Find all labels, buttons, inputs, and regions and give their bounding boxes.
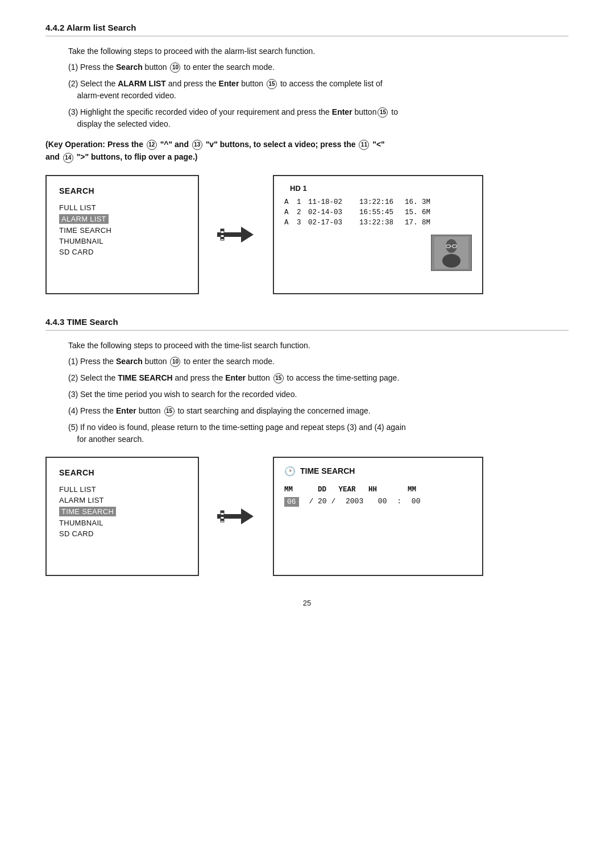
circled-15a: 15 <box>267 79 277 89</box>
menu-sd-card-443: SD CARD <box>59 529 185 538</box>
section-442: 4.4.2 Alarm list Search Take the followi… <box>45 23 569 294</box>
circled-15-443b: 15 <box>164 406 175 416</box>
diagram-442: SEARCH FULL LIST ALARM LIST TIME SEARCH … <box>45 175 569 294</box>
person-thumbnail <box>431 235 472 271</box>
person-icon <box>434 237 468 269</box>
circled-15-443: 15 <box>273 373 284 383</box>
circled-10: 10 <box>170 62 180 73</box>
step-442-3: (3) Highlight the specific recorded vide… <box>68 106 569 130</box>
step-443-5: (5) If no video is found, please return … <box>68 422 569 445</box>
section-443-intro: Take the following steps to proceed with… <box>68 341 569 350</box>
field-mm2: MM <box>408 486 427 494</box>
step-442-1: (1) Press the Search button 10 to enter … <box>68 61 569 73</box>
menu-alarm-list-442: ALARM LIST <box>59 214 109 224</box>
arrow-icon-442 <box>216 223 256 246</box>
circled-13: 13 <box>192 140 202 150</box>
clock-icon: 🕑 <box>284 466 296 477</box>
section-443-title: 4.4.3 TIME Search <box>45 317 569 331</box>
result-row-1: A 1 11-18-02 13:22:16 16. 3M <box>284 198 472 206</box>
arrow-442 <box>216 223 256 246</box>
menu-alarm-list-443: ALARM LIST <box>59 496 185 504</box>
section-442-title: 4.4.2 Alarm list Search <box>45 23 569 36</box>
menu-sd-card-442: SD CARD <box>59 248 185 256</box>
step-443-1: (1) Press the Search button 10 to enter … <box>68 356 569 368</box>
val-mm1: 06 <box>284 497 299 507</box>
step-443-2: (2) Select the TIME SEARCH and press the… <box>68 372 569 384</box>
field-dd: DD <box>309 486 329 494</box>
arrow-443 <box>216 505 256 528</box>
svg-point-11 <box>442 254 460 268</box>
result-row-3: A 3 02-17-03 13:22:38 17. 8M <box>284 219 472 227</box>
time-fields-row: MM DD YEAR HH MM <box>284 486 472 494</box>
search-menu-title-443: SEARCH <box>59 468 185 477</box>
menu-full-list-442: FULL LIST <box>59 203 185 212</box>
page-number: 25 <box>45 599 569 607</box>
key-note-442: (Key Operation: Press the 12 "^" and 13 … <box>45 138 569 164</box>
time-result-box: 🕑 TIME SEARCH MM DD YEAR HH MM 06 / 20 /… <box>273 457 483 576</box>
svg-rect-5 <box>221 237 224 239</box>
step-443-3: (3) Set the time period you wish to sear… <box>68 389 569 400</box>
search-menu-box-443: SEARCH FULL LIST ALARM LIST TIME SEARCH … <box>45 457 199 576</box>
hd-label-442: HD 1 <box>290 184 472 193</box>
svg-marker-13 <box>241 508 254 524</box>
svg-rect-16 <box>221 515 224 517</box>
thumbnail-area <box>284 235 472 271</box>
circled-10-443: 10 <box>170 357 180 367</box>
circled-15b: 15 <box>377 107 388 118</box>
circled-12: 12 <box>147 140 157 150</box>
field-hh: HH <box>368 486 388 494</box>
time-search-label: TIME SEARCH <box>300 466 355 475</box>
section-443: 4.4.3 TIME Search Take the following ste… <box>45 317 569 576</box>
field-mm1: MM <box>284 486 304 494</box>
menu-time-search-443: TIME SEARCH <box>59 507 116 516</box>
arrow-icon-443 <box>216 505 256 528</box>
svg-rect-15 <box>221 511 224 513</box>
step-442-2: (2) Select the ALARM LIST and press the … <box>68 78 569 102</box>
time-result-header: 🕑 TIME SEARCH <box>284 466 472 477</box>
menu-time-search-442: TIME SEARCH <box>59 226 185 235</box>
search-menu-title-442: SEARCH <box>59 186 185 195</box>
diagram-443: SEARCH FULL LIST ALARM LIST TIME SEARCH … <box>45 457 569 576</box>
svg-rect-17 <box>221 519 224 521</box>
search-menu-box-442: SEARCH FULL LIST ALARM LIST TIME SEARCH … <box>45 175 199 294</box>
field-year: YEAR <box>334 486 363 494</box>
svg-rect-4 <box>221 233 224 235</box>
result-box-442: HD 1 A 1 11-18-02 13:22:16 16. 3M A 2 02… <box>273 175 483 294</box>
time-values-row: 06 / 20 / 2003 00 : 00 <box>284 497 472 507</box>
svg-marker-1 <box>241 227 254 243</box>
result-row-2: A 2 02-14-03 16:55:45 15. 6M <box>284 208 472 216</box>
step-443-4: (4) Press the Enter button 15 to start s… <box>68 405 569 417</box>
circled-11: 11 <box>359 140 369 150</box>
menu-thumbnail-442: THUMBNAIL <box>59 237 185 245</box>
menu-full-list-443: FULL LIST <box>59 485 185 494</box>
menu-thumbnail-443: THUMBNAIL <box>59 519 185 527</box>
circled-14: 14 <box>63 153 73 163</box>
section-442-intro: Take the following steps to proceed with… <box>68 47 569 56</box>
svg-rect-3 <box>221 229 224 231</box>
